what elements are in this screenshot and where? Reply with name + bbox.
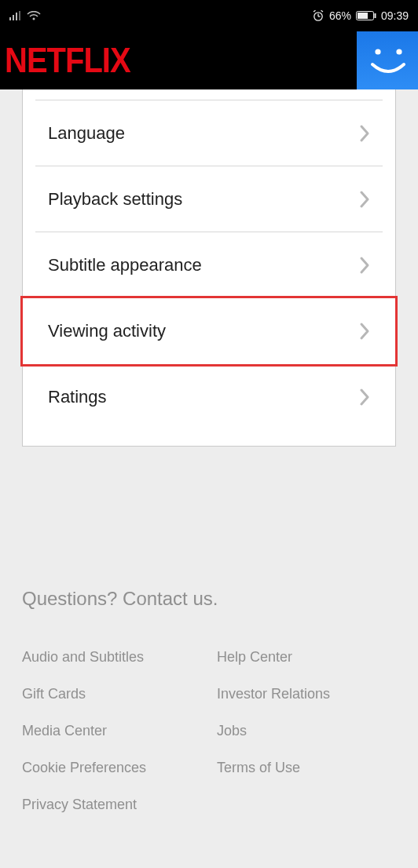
footer-contact[interactable]: Questions? Contact us.: [22, 588, 396, 610]
footer-link-terms[interactable]: Terms of Use: [217, 760, 396, 776]
clock: 09:39: [381, 9, 409, 22]
chevron-right-icon: [359, 124, 370, 143]
settings-row-playback[interactable]: Playback settings: [35, 166, 383, 232]
settings-row-label: Ratings: [48, 387, 107, 407]
footer-link-help[interactable]: Help Center: [217, 649, 396, 666]
chevron-right-icon: [359, 388, 370, 407]
svg-rect-2: [16, 13, 17, 20]
svg-rect-0: [9, 17, 11, 20]
netflix-logo[interactable]: NETFLIX: [5, 41, 130, 80]
svg-point-13: [375, 49, 380, 54]
settings-row-viewing-activity[interactable]: Viewing activity: [23, 298, 395, 364]
svg-rect-3: [19, 11, 20, 20]
battery-icon: [356, 11, 376, 20]
settings-row-language[interactable]: Language: [35, 100, 383, 166]
svg-point-14: [396, 49, 402, 54]
settings-card: Language Playback settings Subtitle appe…: [22, 89, 396, 447]
app-header: NETFLIX: [0, 31, 418, 89]
footer-link-investor[interactable]: Investor Relations: [217, 686, 396, 702]
svg-rect-1: [13, 15, 14, 20]
divider: [35, 89, 383, 100]
svg-rect-12: [374, 13, 376, 18]
wifi-icon: [27, 11, 41, 20]
footer: Questions? Contact us. Audio and Subtitl…: [0, 447, 418, 844]
svg-line-9: [321, 10, 323, 12]
footer-link-privacy[interactable]: Privacy Statement: [22, 797, 201, 813]
footer-link-audio[interactable]: Audio and Subtitles: [22, 649, 201, 666]
status-bar: 66% 09:39: [0, 0, 418, 31]
footer-link-jobs[interactable]: Jobs: [217, 723, 396, 739]
svg-rect-11: [358, 13, 368, 19]
chevron-right-icon: [359, 322, 370, 341]
footer-link-gift[interactable]: Gift Cards: [22, 686, 201, 702]
settings-row-label: Language: [48, 123, 125, 144]
chevron-right-icon: [359, 256, 370, 275]
profile-avatar[interactable]: [357, 31, 418, 89]
signal-icon: [9, 11, 22, 20]
settings-row-subtitle[interactable]: Subtitle appearance: [35, 232, 383, 298]
alarm-icon: [312, 9, 324, 22]
settings-row-ratings[interactable]: Ratings: [35, 364, 383, 430]
settings-row-label: Subtitle appearance: [48, 255, 202, 275]
settings-row-label: Viewing activity: [48, 321, 166, 341]
smile-icon: [357, 31, 418, 89]
settings-row-label: Playback settings: [48, 189, 182, 210]
svg-point-4: [33, 18, 35, 20]
footer-link-media[interactable]: Media Center: [22, 723, 201, 739]
footer-link-cookie[interactable]: Cookie Preferences: [22, 760, 201, 776]
footer-links-grid: Audio and Subtitles Help Center Gift Car…: [22, 649, 396, 813]
chevron-right-icon: [359, 190, 370, 209]
battery-percent: 66%: [329, 9, 351, 22]
svg-line-8: [314, 10, 316, 12]
